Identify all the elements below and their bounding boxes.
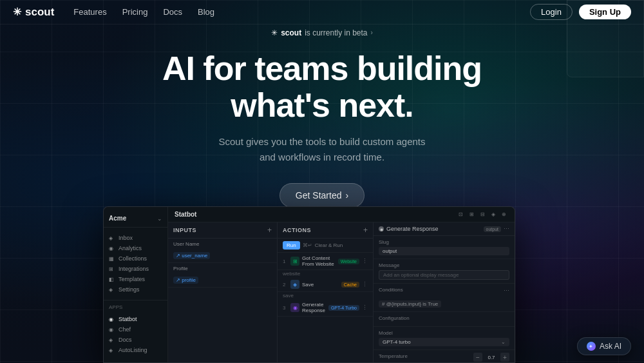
model-value[interactable]: GPT-4 turbo ⌄ xyxy=(379,338,509,346)
config-section-header: Configuration xyxy=(374,312,515,327)
inputs-add-button[interactable]: + xyxy=(267,226,272,235)
sidebar-item-analytics[interactable]: ◉ Analytics xyxy=(104,243,167,253)
chef-icon: ◉ xyxy=(109,327,115,333)
beta-badge[interactable]: ✳ scout is currently in beta › xyxy=(271,28,373,37)
header-action-3[interactable]: ⊟ xyxy=(478,211,487,218)
sidebar-statbot-label: Statbot xyxy=(118,316,137,322)
sidebar-settings-label: Settings xyxy=(118,286,140,293)
right-panel-title-row: ◉ Generate Response xyxy=(379,226,439,232)
get-started-label: Get Started xyxy=(296,190,342,201)
statbot-header-actions: ⊡ ⊞ ⊟ ◈ ⊕ xyxy=(457,211,508,218)
sidebar-item-inbox[interactable]: ◈ Inbox xyxy=(104,233,167,243)
actions-panel-title: Actions xyxy=(283,227,311,233)
right-panel-header: ◉ Generate Response output ⋯ xyxy=(374,222,515,236)
actions-add-button[interactable]: + xyxy=(363,226,368,235)
nav-actions: Login Sign Up xyxy=(530,4,631,20)
run-button[interactable]: Run xyxy=(283,241,300,250)
action-link-website: website xyxy=(278,270,373,277)
analytics-icon: ◉ xyxy=(109,246,115,251)
sidebar-nav-section: ◈ Inbox ◉ Analytics ▦ Collections ⊞ Inte… xyxy=(104,230,167,297)
sidebar-item-settings[interactable]: ◈ Settings xyxy=(104,284,167,295)
inputs-panel: Inputs + User Name ↗ user_name Profile ↗… xyxy=(168,222,278,362)
sidebar-chef-label: Chef xyxy=(118,326,131,333)
sidebar-templates-label: Templates xyxy=(118,276,145,282)
hero-title-line1: AI for teams building xyxy=(162,50,482,87)
sidebar-inbox-label: Inbox xyxy=(118,235,133,241)
action-menu-3[interactable]: ⋮ xyxy=(362,304,368,311)
action-tag-website: Website xyxy=(338,259,359,264)
sidebar-apps-label: Apps xyxy=(104,303,167,311)
right-panel-menu-icon[interactable]: ⋯ xyxy=(504,226,509,232)
sidebar-org[interactable]: Acme ⌄ xyxy=(104,212,167,228)
signup-button[interactable]: Sign Up xyxy=(579,5,631,19)
action-item-2: 2 ◈ Save Cache ⋮ xyxy=(278,277,373,292)
sidebar-item-integrations[interactable]: ⊞ Integrations xyxy=(104,264,167,274)
statbot-header-title: Statbot xyxy=(175,211,196,218)
sidebar-item-chef[interactable]: ◉ Chef xyxy=(104,324,167,335)
right-panel-title-text: Generate Response xyxy=(386,226,439,232)
hero-title: AI for teams building what's next. xyxy=(162,50,482,124)
beta-brand-name: scout xyxy=(281,28,301,37)
right-panel: ◉ Generate Response output ⋯ Slug output xyxy=(373,222,515,362)
login-button[interactable]: Login xyxy=(530,4,573,20)
sidebar-item-docs[interactable]: ◈ Docs xyxy=(104,335,167,345)
ask-ai-icon: ✦ xyxy=(587,342,596,351)
nav-pricing-link[interactable]: Pricing xyxy=(122,7,148,17)
header-action-1[interactable]: ⊡ xyxy=(457,211,465,218)
action-run-row: Run ⌘↵ Clear & Run xyxy=(278,239,373,253)
output-badge: output xyxy=(484,226,501,232)
temperature-label: Temperature xyxy=(379,353,408,359)
header-action-2[interactable]: ⊞ xyxy=(468,211,476,218)
action-item-1: 1 ⊞ Got Content From Website Website ⋮ xyxy=(278,253,373,270)
clear-run-button[interactable]: Clear & Run xyxy=(315,242,343,248)
nav-logo: ✳ scout xyxy=(13,6,54,19)
header-action-4[interactable]: ◈ xyxy=(489,211,497,218)
input-username-label: User Name xyxy=(173,241,272,247)
autolisting-icon: ◈ xyxy=(109,348,115,353)
input-profile-value: ↗ profile xyxy=(173,277,198,284)
nav-features-link[interactable]: Features xyxy=(73,7,106,17)
temperature-value: 0.7 xyxy=(485,355,498,360)
sidebar-item-collections[interactable]: ▦ Collections xyxy=(104,253,167,264)
model-section: Model GPT-4 turbo ⌄ xyxy=(374,327,515,350)
action-name-generate: Generate Response xyxy=(302,302,326,313)
action-num-3: 3 xyxy=(283,305,288,311)
condition-tag: # @{inputs.input} is True xyxy=(379,300,441,308)
temperature-decrement-button[interactable]: − xyxy=(473,353,482,362)
main-content: Statbot ⊡ ⊞ ⊟ ◈ ⊕ Inputs + Us xyxy=(168,207,515,362)
sidebar-item-autolisting[interactable]: ◈ AutoListing xyxy=(104,345,167,355)
run-shortcut: ⌘↵ xyxy=(303,242,312,248)
nav-blog-link[interactable]: Blog xyxy=(198,7,214,17)
conditions-menu-icon[interactable]: ⋯ xyxy=(504,288,509,294)
ask-ai-button[interactable]: ✦ Ask AI xyxy=(577,337,631,355)
conditions-section: Conditions ⋯ # @{inputs.input} is True xyxy=(374,284,515,312)
nav-docs-link[interactable]: Docs xyxy=(163,7,182,17)
message-label: Message xyxy=(379,262,509,268)
input-profile-label: Profile xyxy=(173,266,272,271)
sidebar-item-statbot[interactable]: ◉ Statbot xyxy=(104,314,167,324)
beta-arrow-icon: › xyxy=(371,29,373,36)
action-num-1: 1 xyxy=(283,259,288,264)
message-section: Message Add an optional display message xyxy=(374,259,515,284)
header-action-5[interactable]: ⊕ xyxy=(500,211,508,218)
message-input[interactable]: Add an optional display message xyxy=(379,270,509,280)
action-menu-2[interactable]: ⋮ xyxy=(362,281,368,288)
get-started-button[interactable]: Get Started › xyxy=(279,183,365,208)
generate-response-icon: ◉ xyxy=(379,226,384,231)
sidebar-apps-section: ◉ Statbot ◉ Chef ◈ Docs ◈ AutoListing xyxy=(104,311,167,358)
action-icon-website: ⊞ xyxy=(290,257,299,266)
input-username-value: ↗ user_name xyxy=(173,252,210,259)
statbot-header: Statbot ⊡ ⊞ ⊟ ◈ ⊕ xyxy=(168,207,515,222)
panels-row: Inputs + User Name ↗ user_name Profile ↗… xyxy=(168,222,515,362)
inbox-icon: ◈ xyxy=(109,235,115,241)
temperature-row: Temperature − 0.7 + xyxy=(374,350,515,362)
sidebar-org-dropdown-icon: ⌄ xyxy=(157,215,162,222)
config-section-label: Configuration xyxy=(379,315,509,321)
sidebar-divider xyxy=(104,300,167,300)
navbar: ✳ scout Features Pricing Docs Blog Login… xyxy=(0,0,644,25)
slug-value: output xyxy=(379,247,509,255)
action-menu-1[interactable]: ⋮ xyxy=(362,258,368,264)
temperature-increment-button[interactable]: + xyxy=(500,353,509,362)
sidebar-item-templates[interactable]: ◧ Templates xyxy=(104,274,167,284)
inputs-panel-header: Inputs + xyxy=(168,222,277,239)
